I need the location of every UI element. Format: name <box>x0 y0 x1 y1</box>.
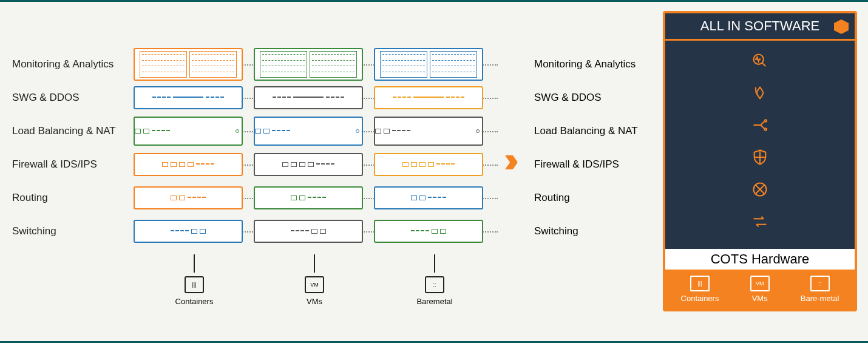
appliance-routing-containers <box>134 186 243 209</box>
panel-title: ALL IN SOFTWARE <box>665 13 855 41</box>
layer-swg-label: SWG & DDOS <box>12 92 134 104</box>
layer-monitoring-label: Monitoring & Analytics <box>12 58 134 70</box>
sw-layer-swg: SWG & DDOS <box>534 81 638 114</box>
sw-layer-switching: Switching <box>534 214 638 248</box>
hw-baremetal-icon: :: <box>810 276 830 291</box>
layer-fw-label: Firewall & IDS/IPS <box>12 158 134 171</box>
layer-switching-label: Switching <box>12 225 134 237</box>
appliance-fw-vms <box>254 153 363 176</box>
hw-baremetal-label: Bare-metal <box>801 294 839 303</box>
layer-routing-label: Routing <box>12 192 134 204</box>
containers-icon: ||| <box>185 276 204 293</box>
layer-lb-label: Load Balancing & NAT <box>12 125 134 137</box>
svg-point-2 <box>765 128 767 131</box>
appliance-fw-containers <box>134 153 243 176</box>
appliance-swg-vms <box>254 86 363 109</box>
switching-icon <box>751 213 768 234</box>
appliance-lb-containers <box>134 117 243 146</box>
appliance-swg-containers <box>134 86 243 109</box>
appliance-fw-baremetal <box>374 153 483 176</box>
baremetal-label: Baremetal <box>380 297 489 306</box>
appliance-swg-baremetal <box>374 86 483 109</box>
sw-layer-lb: Load Balancing & NAT <box>534 114 638 148</box>
appliance-monitoring-vms <box>254 48 363 81</box>
transition-arrow-icon: ›› <box>504 138 510 180</box>
sw-layer-fw: Firewall & IDS/IPS <box>534 148 638 181</box>
appliance-routing-vms <box>254 186 363 209</box>
appliance-lb-baremetal <box>374 117 483 146</box>
load-balancing-icon <box>751 117 768 138</box>
all-in-software-panel: ALL IN SOFTWARE COTS Hardware |||Contain… <box>663 11 857 311</box>
hw-vms-icon: VM <box>750 276 770 291</box>
appliance-switching-baremetal <box>374 220 483 243</box>
software-layer-labels: Monitoring & Analytics SWG & DDOS Load B… <box>534 47 638 248</box>
sw-layer-routing: Routing <box>534 181 638 214</box>
containers-label: Containers <box>140 297 249 306</box>
svg-point-1 <box>765 120 767 122</box>
appliance-lb-vms <box>254 117 363 146</box>
hw-vms-label: VMs <box>752 294 768 303</box>
vms-icon: VM <box>305 276 324 293</box>
hw-containers-label: Containers <box>681 294 719 303</box>
cots-hardware-label: COTS Hardware <box>665 249 855 270</box>
logo-cube-icon <box>834 19 849 34</box>
swg-ddos-icon <box>751 84 768 106</box>
appliance-routing-baremetal <box>374 186 483 209</box>
appliance-monitoring-containers <box>134 48 243 81</box>
legacy-stack: Monitoring & Analytics SWG & DDOS Load B… <box>12 47 498 248</box>
baremetal-icon: :: <box>425 276 444 293</box>
firewall-shield-icon <box>751 149 768 170</box>
appliance-monitoring-baremetal <box>374 48 483 81</box>
deployment-targets-legacy: |||Containers VMVMs ::Baremetal <box>140 254 489 306</box>
hw-containers-icon: ||| <box>690 276 710 291</box>
appliance-switching-vms <box>254 220 363 243</box>
appliance-switching-containers <box>134 220 243 243</box>
vms-label: VMs <box>260 297 369 306</box>
routing-icon <box>751 181 768 202</box>
monitoring-analytics-icon <box>751 52 768 73</box>
deployment-targets-software: |||Containers VMVMs ::Bare-metal <box>665 270 855 309</box>
sw-layer-monitoring: Monitoring & Analytics <box>534 47 638 81</box>
